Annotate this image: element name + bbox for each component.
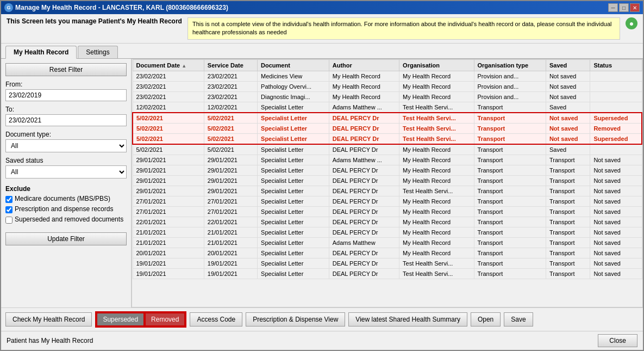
close-title-button[interactable]: ✕ <box>630 3 640 12</box>
table-cell: 23/02/2021 <box>204 81 257 91</box>
table-cell: Specialist Letter <box>258 186 329 196</box>
table-row[interactable]: 29/01/202129/01/2021Specialist LetterDEA… <box>133 175 642 186</box>
table-cell: 29/01/2021 <box>204 155 257 165</box>
table-cell: Transport <box>474 248 546 258</box>
table-row[interactable]: 27/01/202127/01/2021Specialist LetterDEA… <box>133 206 642 217</box>
superseded-badge: Superseded <box>96 312 145 327</box>
table-cell: Specialist Letter <box>258 102 329 113</box>
table-cell: DEAL PERCY Dr <box>329 196 399 206</box>
table-cell: DEAL PERCY Dr <box>329 248 399 258</box>
status-icon: ● <box>626 17 637 29</box>
table-cell: 5/02/2021 <box>204 144 257 155</box>
table-cell: Transport <box>474 133 546 144</box>
open-button[interactable]: Open <box>471 312 501 327</box>
table-row[interactable]: 23/02/202123/02/2021Medicines ViewMy Hea… <box>133 71 642 81</box>
table-row[interactable]: 29/01/202129/01/2021Specialist LetterAda… <box>133 155 642 165</box>
table-cell: Diagnostic Imagi... <box>258 91 329 102</box>
table-cell: DEAL PERCY Dr <box>329 217 399 227</box>
col-author: Author <box>329 59 399 71</box>
table-row[interactable]: 27/01/202127/01/2021Specialist LetterDEA… <box>133 196 642 206</box>
saved-status-label: Saved status <box>5 157 127 164</box>
table-cell: 23/02/2021 <box>133 81 204 91</box>
table-cell: 5/02/2021 <box>133 133 204 144</box>
table-cell: 5/02/2021 <box>204 113 257 124</box>
table-row[interactable]: 23/02/202123/02/2021Pathology Overvi...M… <box>133 81 642 91</box>
tab-settings[interactable]: Settings <box>78 46 117 58</box>
shared-health-button[interactable]: View latest Shared Health Summary <box>348 312 467 327</box>
saved-status-select[interactable]: All <box>5 165 127 178</box>
to-group: To: <box>5 106 127 126</box>
maximize-button[interactable]: □ <box>619 3 629 12</box>
table-cell: Transport <box>546 196 590 206</box>
table-row[interactable]: 5/02/20215/02/2021Specialist LetterDEAL … <box>133 113 642 124</box>
reset-filter-button[interactable]: Reset Filter <box>5 63 127 76</box>
table-row[interactable]: 19/01/202119/01/2021Specialist LetterDEA… <box>133 258 642 268</box>
table-row[interactable]: 19/01/202119/01/2021Specialist LetterDEA… <box>133 268 642 279</box>
table-cell: 29/01/2021 <box>133 175 204 186</box>
table-row[interactable]: 29/01/202129/01/2021Specialist LetterDEA… <box>133 186 642 196</box>
window-title: Manage My Health Record - LANCASTER, KAR… <box>15 4 228 11</box>
table-cell: DEAL PERCY Dr <box>329 133 399 144</box>
table-cell: Test Health Servi... <box>399 268 474 279</box>
prescription-button[interactable]: Prescription & Dispense View <box>246 312 345 327</box>
info-bar: This Screen lets you manage Patient's My… <box>1 14 643 44</box>
to-input[interactable] <box>5 114 127 126</box>
table-row[interactable]: 22/01/202122/01/2021Specialist LetterDEA… <box>133 217 642 227</box>
table-row[interactable]: 29/01/202129/01/2021Specialist LetterDEA… <box>133 165 642 175</box>
table-row[interactable]: 5/02/20215/02/2021Specialist LetterDEAL … <box>133 123 642 133</box>
table-row[interactable]: 23/02/202123/02/2021Diagnostic Imagi...M… <box>133 91 642 102</box>
table-cell: Transport <box>546 227 590 237</box>
doc-type-select[interactable]: All <box>5 139 127 152</box>
table-cell: Transport <box>474 155 546 165</box>
table-cell: 23/02/2021 <box>204 91 257 102</box>
checkbox-superseded-input[interactable] <box>5 217 12 224</box>
removed-badge: Removed <box>145 312 185 327</box>
status-bar: Patient has My Health Record Close <box>1 331 643 350</box>
table-row[interactable]: 5/02/20215/02/2021Specialist LetterDEAL … <box>133 133 642 144</box>
info-right-text: This is not a complete view of the indiv… <box>187 17 620 40</box>
checkbox-superseded: Superseded and removed documents ➜ <box>5 215 127 224</box>
close-button[interactable]: Close <box>598 334 637 347</box>
save-button[interactable]: Save <box>504 312 533 327</box>
col-org-type: Organisation type <box>474 59 546 71</box>
table-cell: 27/01/2021 <box>204 196 257 206</box>
checkbox-prescription-input[interactable] <box>5 206 12 213</box>
table-cell <box>590 144 642 155</box>
right-panel: Document Date ▲ Service Date Document Au… <box>132 59 643 307</box>
doc-type-label: Document type: <box>5 131 127 138</box>
update-filter-button[interactable]: Update Filter <box>5 232 127 245</box>
table-cell: Transport <box>474 196 546 206</box>
table-cell: My Health Record <box>329 91 399 102</box>
table-row[interactable]: 21/01/202121/01/2021Specialist LetterAda… <box>133 237 642 248</box>
table-cell: Not saved <box>546 123 590 133</box>
table-row[interactable]: 20/01/202120/01/2021Specialist LetterDEA… <box>133 248 642 258</box>
table-cell: Saved <box>546 144 590 155</box>
tab-my-health-record[interactable]: My Health Record <box>5 46 77 59</box>
checkbox-medicare-input[interactable] <box>5 196 12 203</box>
minimize-button[interactable]: ─ <box>608 3 618 12</box>
table-row[interactable]: 5/02/20215/02/2021Specialist LetterDEAL … <box>133 144 642 155</box>
table-container[interactable]: Document Date ▲ Service Date Document Au… <box>132 59 643 307</box>
table-cell: Not saved <box>590 175 642 186</box>
sort-icon: ▲ <box>182 63 186 69</box>
table-cell: My Health Record <box>399 91 474 102</box>
table-cell: Transport <box>546 217 590 227</box>
table-row[interactable]: 21/01/202121/01/2021Specialist LetterDEA… <box>133 227 642 237</box>
table-cell: Test Health Servi... <box>399 258 474 268</box>
check-health-button[interactable]: Check My Health Record <box>5 312 92 327</box>
title-bar: G Manage My Health Record - LANCASTER, K… <box>1 1 643 14</box>
table-cell: 19/01/2021 <box>204 268 257 279</box>
table-cell: Superseded <box>590 133 642 144</box>
table-cell: 5/02/2021 <box>133 123 204 133</box>
from-input[interactable] <box>5 89 127 101</box>
access-code-button[interactable]: Access Code <box>190 312 242 327</box>
left-panel: Reset Filter From: To: Document type: Al… <box>1 59 132 307</box>
table-cell: Specialist Letter <box>258 206 329 217</box>
table-cell: Transport <box>474 227 546 237</box>
table-cell: Transport <box>546 258 590 268</box>
table-row[interactable]: 12/02/202112/02/2021Specialist LetterAda… <box>133 102 642 113</box>
table-cell: Transport <box>474 217 546 227</box>
table-cell: 27/01/2021 <box>204 206 257 217</box>
table-cell: 23/02/2021 <box>133 71 204 81</box>
table-cell: 22/01/2021 <box>133 217 204 227</box>
